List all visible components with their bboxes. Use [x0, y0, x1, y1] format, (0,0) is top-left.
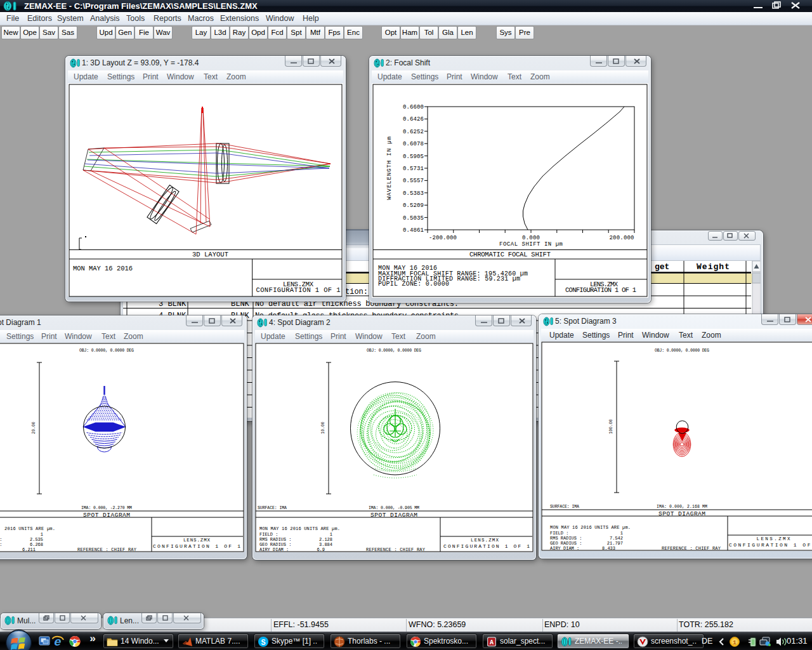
svg-text:WAVELENGTH IN µm: WAVELENGTH IN µm: [386, 136, 393, 200]
svg-text:IMA: 0.000, -2.270 MM: IMA: 0.000, -2.270 MM: [81, 506, 132, 510]
svg-text:MON MAY 16 2016 UNITS ARE µm.: MON MAY 16 2016 UNITS ARE µm.: [550, 525, 631, 530]
svg-text:6.9: 6.9: [317, 547, 325, 552]
svg-text:0.6252: 0.6252: [403, 129, 424, 135]
svg-text:get: get: [655, 262, 669, 272]
svg-text:1: 1: [620, 531, 623, 536]
svg-text:1: 1: [733, 640, 737, 646]
svg-text:0.5557: 0.5557: [403, 178, 424, 184]
svg-text:21.797: 21.797: [607, 541, 623, 546]
svg-text:2016 UNITS ARE µm.: 2016 UNITS ARE µm.: [4, 526, 55, 531]
svg-text:SPOT DIAGRAM: SPOT DIAGRAM: [83, 512, 130, 519]
svg-text:100.00: 100.00: [609, 419, 613, 434]
svg-text:SPOT DIAGRAM: SPOT DIAGRAM: [658, 510, 705, 517]
svg-text:OBJ: 0.0000, 0.0000 DEG: OBJ: 0.0000, 0.0000 DEG: [367, 348, 421, 353]
svg-text:OBJ: 0.0000, 0.0000 DEG: OBJ: 0.0000, 0.0000 DEG: [79, 348, 134, 353]
svg-text:1: 1: [41, 532, 43, 537]
svg-text:CONFIGURATION 1 OF 1: CONFIGURATION 1 OF 1: [153, 543, 240, 549]
svg-text:SURFACE: IMA: SURFACE: IMA: [550, 505, 579, 509]
svg-text:CONFIGURATION 1 OF 1: CONFIGURATION 1 OF 1: [256, 286, 341, 294]
svg-text:7.542: 7.542: [610, 536, 623, 541]
svg-text:3.884: 3.884: [319, 542, 332, 547]
svg-text:FIELD :: FIELD :: [259, 532, 278, 537]
svg-text:MON MAY 16 2016: MON MAY 16 2016: [73, 265, 133, 272]
svg-text:GEO RADIUS :: GEO RADIUS :: [0, 542, 2, 547]
svg-text:10.00: 10.00: [321, 421, 325, 434]
svg-text:FIELD :: FIELD :: [550, 531, 568, 536]
svg-text:0.6600: 0.6600: [403, 104, 424, 110]
svg-text:200.000: 200.000: [610, 235, 634, 241]
svg-text:SURFACE: IMA: SURFACE: IMA: [258, 506, 287, 510]
svg-text:0.000: 0.000: [522, 235, 540, 241]
svg-text:»: »: [89, 633, 96, 645]
svg-text:LENS.ZMX: LENS.ZMX: [183, 538, 210, 543]
svg-text:0.5035: 0.5035: [403, 215, 424, 222]
svg-text:CONFIGURATION 1 OF 1: CONFIGURATION 1 OF 1: [565, 286, 636, 294]
svg-text:CHROMATIC FOCAL SHIFT: CHROMATIC FOCAL SHIFT: [469, 251, 551, 258]
svg-text:REFERENCE : CHIEF RAY: REFERENCE : CHIEF RAY: [77, 547, 137, 552]
svg-text:CONFIGURATION 1 OF 1: CONFIGURATION 1 OF 1: [443, 543, 530, 549]
svg-text:6.211: 6.211: [22, 547, 36, 552]
svg-text:IMA: 0.000, 2.168 MM: IMA: 0.000, 2.168 MM: [657, 505, 707, 509]
svg-text:0.4861: 0.4861: [403, 227, 424, 234]
svg-text:FOCAL SHIFT IN µm: FOCAL SHIFT IN µm: [499, 241, 563, 248]
svg-text:GEO RADIUS :: GEO RADIUS :: [259, 542, 291, 547]
svg-text:0.5383: 0.5383: [403, 190, 424, 197]
svg-text:3D LAYOUT: 3D LAYOUT: [192, 251, 228, 258]
svg-text:8.433: 8.433: [602, 546, 615, 551]
svg-text:OBJ: 0.0000, 0.0000 DEG: OBJ: 0.0000, 0.0000 DEG: [655, 348, 709, 353]
svg-text:S: S: [261, 639, 265, 647]
svg-text:6.268: 6.268: [30, 542, 43, 547]
svg-text:AIRY DIAM :: AIRY DIAM :: [259, 547, 289, 552]
svg-text:RMS RADIUS :: RMS RADIUS :: [259, 537, 291, 542]
svg-text:0.5731: 0.5731: [403, 166, 424, 172]
svg-text:0.5905: 0.5905: [403, 154, 424, 160]
svg-text:20.00: 20.00: [32, 421, 36, 434]
svg-text:RMS RADIUS :: RMS RADIUS :: [0, 537, 2, 542]
svg-text:A: A: [490, 639, 494, 646]
svg-text:AIRY DIAM :: AIRY DIAM :: [550, 546, 579, 551]
svg-text:0.6426: 0.6426: [403, 116, 424, 123]
svg-text:1: 1: [330, 532, 332, 537]
svg-text:PUPIL ZONE: 0.0000: PUPIL ZONE: 0.0000: [378, 281, 449, 288]
svg-text:0.6078: 0.6078: [403, 141, 424, 147]
svg-text:Weight: Weight: [697, 262, 730, 272]
svg-text:IMA: 0.000, -0.905 MM: IMA: 0.000, -0.905 MM: [369, 506, 419, 510]
svg-text:MON MAY 16 2016 UNITS ARE µm.: MON MAY 16 2016 UNITS ARE µm.: [259, 526, 340, 531]
svg-text:LENS.ZMX: LENS.ZMX: [471, 538, 499, 543]
svg-text:LENS.ZMX: LENS.ZMX: [757, 536, 790, 541]
svg-text:GEO RADIUS :: GEO RADIUS :: [550, 541, 582, 546]
svg-text:2.128: 2.128: [319, 537, 332, 542]
svg-text:REFERENCE : CHIEF RAY: REFERENCE : CHIEF RAY: [662, 546, 721, 551]
svg-text:REFERENCE : CHIEF RAY: REFERENCE : CHIEF RAY: [366, 547, 426, 552]
svg-text:SPOT DIAGRAM: SPOT DIAGRAM: [370, 512, 417, 519]
svg-text:CONFIGURATION 1 OF 1: CONFIGURATION 1 OF 1: [729, 542, 812, 548]
svg-text:2.535: 2.535: [30, 537, 43, 542]
svg-text:-200.000: -200.000: [429, 235, 457, 241]
svg-text:0.5209: 0.5209: [403, 202, 424, 209]
svg-text:RMS RADIUS :: RMS RADIUS :: [550, 536, 582, 541]
